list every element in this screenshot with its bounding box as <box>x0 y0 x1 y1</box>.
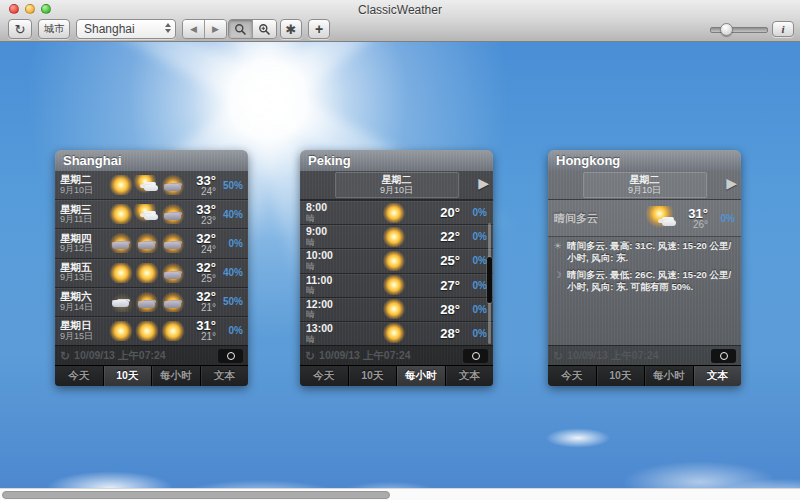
weather-icon <box>134 204 160 224</box>
tab-ten-day[interactable]: 10天 <box>596 366 645 386</box>
weather-icon <box>160 263 186 283</box>
last-updated: 10/09/13 上午07:24 <box>567 349 659 363</box>
weather-panel-shanghai[interactable]: Shanghai 星期二9月10日 33°24° 50% 星期三9月11日 33… <box>55 150 248 386</box>
panel-title[interactable]: Shanghai <box>55 150 248 171</box>
tab-hourly[interactable]: 每小时 <box>644 366 693 386</box>
weather-icon <box>382 275 406 295</box>
info-button[interactable]: i <box>772 21 794 37</box>
temp-label: 25° <box>430 253 460 268</box>
tab-text[interactable]: 文本 <box>445 366 494 386</box>
last-updated: 10/09/13 上午07:24 <box>74 349 166 363</box>
condition-label: 晴间多云 <box>554 211 646 226</box>
tab-hourly[interactable]: 每小时 <box>151 366 200 386</box>
weather-icon <box>382 227 406 247</box>
panel-body: 星期二9月10日 33°24° 50% 星期三9月11日 33°23° 40% … <box>55 171 248 386</box>
tab-ten-day[interactable]: 10天 <box>103 366 152 386</box>
low-temp: 25° <box>188 274 216 284</box>
zoom-in-button[interactable] <box>252 20 276 38</box>
city-select[interactable]: Shanghai <box>76 19 176 39</box>
weather-icon <box>108 233 134 253</box>
horizontal-scrollbar-thumb[interactable] <box>2 491 390 499</box>
temp-label: 28° <box>430 302 460 317</box>
refresh-icon[interactable]: ↻ <box>305 349 315 363</box>
locate-button[interactable] <box>218 349 243 363</box>
locate-button[interactable] <box>463 349 488 363</box>
weather-icon <box>134 233 160 253</box>
precip-chance: 0% <box>460 207 487 218</box>
spacer <box>548 294 741 345</box>
next-day-arrow-icon[interactable]: ▶ <box>478 175 489 191</box>
settings-button[interactable]: ✱ <box>280 19 302 39</box>
weather-panel-hongkong[interactable]: Hongkong 星期二 9月10日 ▶ 晴间多云 31°26° 0% ☀ 晴间… <box>548 150 741 386</box>
gear-icon: ✱ <box>286 22 297 37</box>
last-updated: 10/09/13 上午07:24 <box>319 349 411 363</box>
tab-hourly[interactable]: 每小时 <box>396 366 445 386</box>
weather-panel-peking[interactable]: Peking 星期二 9月10日 ▶ 8:00晴 20° 0% 9:00晴 <box>300 150 493 386</box>
city-button-label: 城市 <box>44 22 64 36</box>
tab-ten-day[interactable]: 10天 <box>348 366 397 386</box>
refresh-icon: ↻ <box>15 22 26 37</box>
window-title: ClassicWeather <box>0 3 800 17</box>
weather-icon <box>160 204 186 224</box>
current-conditions-row: 晴间多云 31°26° 0% <box>548 200 741 237</box>
refresh-button[interactable]: ↻ <box>8 19 32 39</box>
next-day-arrow-icon[interactable]: ▶ <box>726 175 737 191</box>
toolbar: ↻ 城市 Shanghai ◀ ▶ ✱ <box>0 18 800 42</box>
panel-title[interactable]: Peking <box>300 150 493 171</box>
back-button[interactable]: ◀ <box>183 20 204 38</box>
high-temp: 31° <box>678 207 708 220</box>
panel-title-label: Shanghai <box>63 153 122 168</box>
forward-button[interactable]: ▶ <box>204 20 226 38</box>
weather-icon <box>134 292 160 312</box>
night-forecast-text: ☽ 晴间多云. 最低: 26C. 风速: 15-20 公里/小时, 风向: 东.… <box>548 266 741 295</box>
temp-label: 28° <box>430 326 460 341</box>
precip-chance: 0% <box>460 328 487 339</box>
tab-today[interactable]: 今天 <box>548 366 596 386</box>
title-bar[interactable]: ClassicWeather <box>0 0 800 18</box>
low-temp: 21° <box>188 303 216 313</box>
magnifier-icon <box>234 23 247 36</box>
city-button[interactable]: 城市 <box>38 19 70 39</box>
precip-chance: 40% <box>216 267 243 278</box>
low-temp: 23° <box>188 216 216 226</box>
tab-text[interactable]: 文本 <box>200 366 249 386</box>
locate-button[interactable] <box>711 349 736 363</box>
opacity-slider[interactable] <box>710 27 768 33</box>
navigation-segmented-control: ◀ ▶ <box>182 19 227 39</box>
low-temp: 26° <box>678 220 708 230</box>
weather-icon <box>134 175 160 195</box>
panel-tabbar: 今天 10天 每小时 文本 <box>55 365 248 386</box>
hourly-row: 13:00晴 28° 0% <box>300 321 493 345</box>
sun-icon: ☀ <box>552 240 563 265</box>
date-label: 9月15日 <box>60 332 106 342</box>
forecast-row: 星期日9月15日 31°21° 0% <box>55 316 248 345</box>
forecast-row: 星期四9月12日 32°24° 0% <box>55 228 248 257</box>
weather-icon <box>382 251 406 271</box>
refresh-icon[interactable]: ↻ <box>60 349 70 363</box>
panel-title-label: Hongkong <box>556 153 620 168</box>
panel-tabbar: 今天 10天 每小时 文本 <box>300 365 493 386</box>
refresh-icon[interactable]: ↻ <box>553 349 563 363</box>
precip-chance: 40% <box>216 209 243 220</box>
nav-day: 星期二 <box>630 175 660 186</box>
time-label: 8:00 <box>306 202 358 214</box>
panel-body: 星期二 9月10日 ▶ 晴间多云 31°26° 0% ☀ 晴间多云. 最高: 3… <box>548 171 741 386</box>
horizontal-scrollbar[interactable] <box>0 488 800 500</box>
add-city-button[interactable]: + <box>308 19 330 39</box>
tab-text[interactable]: 文本 <box>693 366 742 386</box>
weather-icon <box>646 206 678 230</box>
zoom-out-button[interactable] <box>229 20 252 38</box>
precip-chance: 0% <box>708 213 735 224</box>
slider-knob[interactable] <box>720 23 733 36</box>
precip-chance: 0% <box>460 304 487 315</box>
tab-today[interactable]: 今天 <box>300 366 348 386</box>
weather-icon <box>382 323 406 343</box>
panel-title[interactable]: Hongkong <box>548 150 741 171</box>
date-navigator-box[interactable]: 星期二 9月10日 <box>335 172 459 198</box>
vertical-scrollbar-thumb[interactable] <box>487 257 492 303</box>
moon-icon: ☽ <box>552 269 563 294</box>
temp-label: 27° <box>430 278 460 293</box>
condition-label: 晴 <box>306 214 358 223</box>
tab-today[interactable]: 今天 <box>55 366 103 386</box>
date-navigator-box[interactable]: 星期二 9月10日 <box>583 172 707 198</box>
